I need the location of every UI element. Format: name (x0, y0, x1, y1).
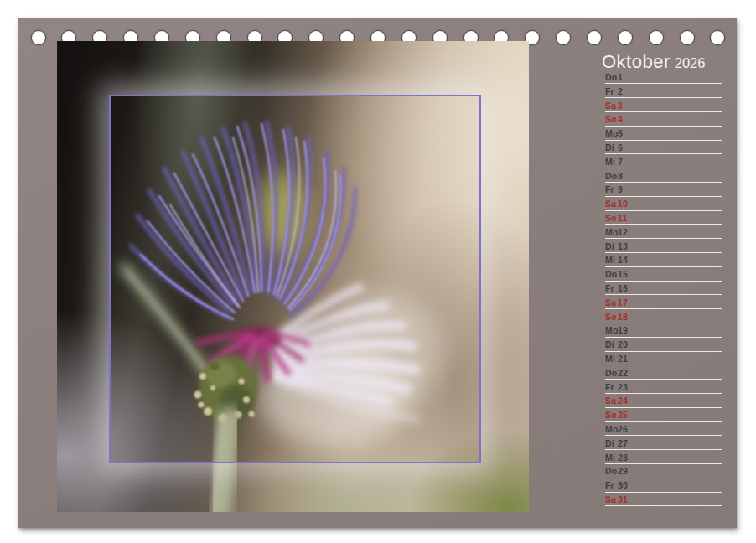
day-row: Mi21 (605, 352, 722, 366)
day-number: 14 (618, 256, 628, 265)
binding-ring (649, 30, 664, 45)
day-row: Di13 (605, 239, 722, 253)
binding-ring (680, 30, 695, 45)
weekday-label: Sa (605, 101, 618, 111)
day-row: Fr9 (605, 183, 722, 197)
weekday-label: Mo (605, 129, 618, 138)
day-row: Fr2 (605, 84, 722, 98)
day-number: 5 (618, 129, 623, 138)
day-row: Di20 (605, 338, 722, 352)
weekday-label: Mi (605, 158, 618, 167)
binding-ring (31, 30, 46, 45)
day-number: 23 (618, 383, 628, 392)
weekday-label: Sa (605, 495, 618, 504)
weekday-label: Do (605, 172, 618, 181)
weekday-label: Mo (605, 425, 618, 434)
weekday-label: Fr (605, 87, 618, 96)
day-number: 13 (618, 242, 628, 251)
day-number: 9 (618, 185, 623, 194)
weekday-label: Fr (605, 284, 618, 293)
weekday-label: Sa (605, 298, 618, 308)
day-row: Sa10 (605, 197, 722, 211)
weekday-label: Sa (605, 199, 618, 209)
day-number: 6 (618, 143, 623, 153)
day-row: Mi7 (605, 154, 722, 168)
day-row: So4 (605, 112, 722, 127)
weekday-label: So (605, 411, 618, 420)
page-background: Oktober2026 Do1Fr2Sa3So4Mo5Di6Mi7Do8Fr9S… (0, 0, 756, 543)
day-row: Mo19 (605, 323, 722, 338)
day-number: 21 (618, 354, 628, 364)
calendar-page: Oktober2026 Do1Fr2Sa3So4Mo5Di6Mi7Do8Fr9S… (18, 18, 737, 528)
month-title: Oktober (602, 51, 671, 72)
day-number: 15 (618, 270, 628, 279)
day-number: 8 (618, 172, 623, 181)
day-number: 29 (618, 467, 628, 476)
weekday-label: Fr (605, 185, 618, 194)
day-row: Do29 (605, 464, 722, 478)
flower-photo (57, 41, 529, 512)
day-number: 22 (618, 369, 628, 378)
weekday-label: So (605, 313, 618, 322)
day-number: 18 (618, 313, 628, 322)
day-number: 3 (618, 101, 623, 111)
day-number: 27 (618, 439, 628, 448)
day-row: Mi14 (605, 253, 722, 267)
day-number: 24 (618, 396, 628, 406)
weekday-label: Mi (605, 453, 618, 463)
day-row: Mo12 (605, 225, 722, 239)
day-row: So18 (605, 309, 722, 323)
day-number: 10 (618, 199, 628, 209)
weekday-label: Mo (605, 228, 618, 237)
day-number: 4 (618, 115, 623, 124)
weekday-label: Mo (605, 326, 618, 335)
day-number: 2 (618, 87, 623, 96)
day-row: Sa17 (605, 295, 722, 309)
day-row: Di6 (605, 141, 722, 155)
day-number: 19 (618, 326, 628, 335)
weekday-label: Fr (605, 383, 618, 392)
weekday-label: Do (605, 467, 618, 476)
day-number: 25 (618, 411, 628, 420)
weekday-label: Di (605, 143, 618, 153)
weekday-label: Di (605, 242, 618, 251)
day-number: 11 (618, 214, 628, 223)
weekday-label: Mi (605, 354, 618, 364)
day-row: Mo26 (605, 422, 722, 437)
day-row: Do1 (605, 70, 722, 85)
weekday-label: So (605, 115, 618, 124)
day-number: 31 (618, 495, 628, 504)
day-row: Do22 (605, 365, 722, 380)
day-row: Mi28 (605, 450, 722, 464)
day-row: Fr23 (605, 380, 722, 394)
year-title: 2026 (675, 55, 706, 70)
day-list: Do1Fr2Sa3So4Mo5Di6Mi7Do8Fr9Sa10So11Mo12D… (605, 70, 722, 507)
weekday-label: Do (605, 73, 618, 82)
day-number: 28 (618, 453, 628, 463)
binding-ring (556, 30, 571, 45)
day-number: 20 (618, 340, 628, 349)
day-number: 26 (618, 425, 628, 434)
weekday-label: Di (605, 439, 618, 448)
weekday-label: Di (605, 340, 618, 349)
day-row: So11 (605, 211, 722, 225)
day-row: Sa24 (605, 394, 722, 408)
day-number: 17 (618, 298, 628, 308)
binding-ring (587, 30, 602, 45)
weekday-label: Mi (605, 256, 618, 265)
weekday-label: Do (605, 369, 618, 378)
day-row: Sa31 (605, 493, 722, 507)
weekday-label: So (605, 214, 618, 223)
weekday-label: Sa (605, 396, 618, 406)
day-row: So25 (605, 408, 722, 422)
binding-ring (710, 30, 725, 45)
day-number: 1 (618, 73, 623, 82)
day-number: 16 (618, 284, 628, 293)
photo-inner-frame (109, 95, 481, 463)
day-row: Do15 (605, 267, 722, 282)
day-number: 30 (618, 481, 628, 490)
day-row: Mo5 (605, 127, 722, 141)
day-row: Fr16 (605, 282, 722, 296)
weekday-label: Do (605, 270, 618, 279)
day-number: 12 (618, 228, 628, 237)
